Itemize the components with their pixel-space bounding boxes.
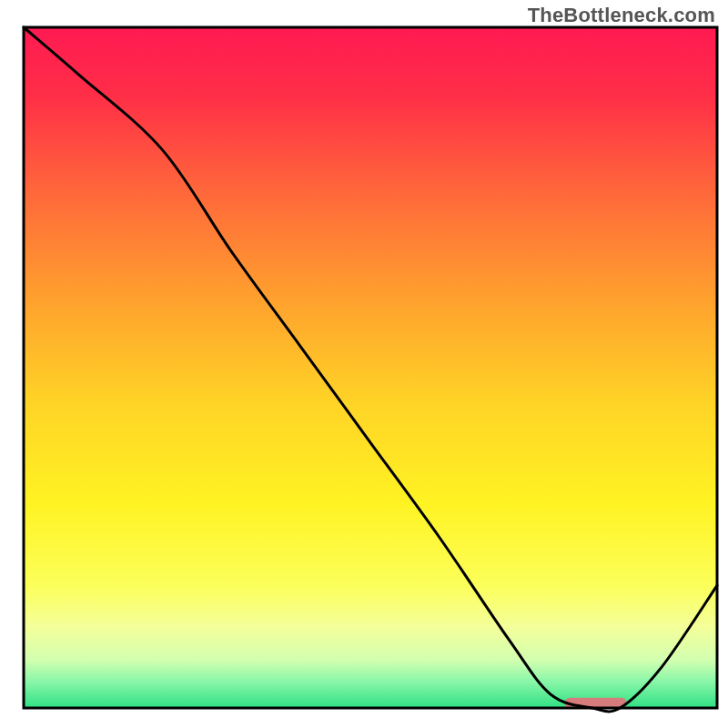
plot-area <box>24 27 717 712</box>
chart-background <box>24 27 717 708</box>
bottleneck-chart <box>0 0 728 728</box>
watermark-label: TheBottleneck.com <box>528 4 715 27</box>
